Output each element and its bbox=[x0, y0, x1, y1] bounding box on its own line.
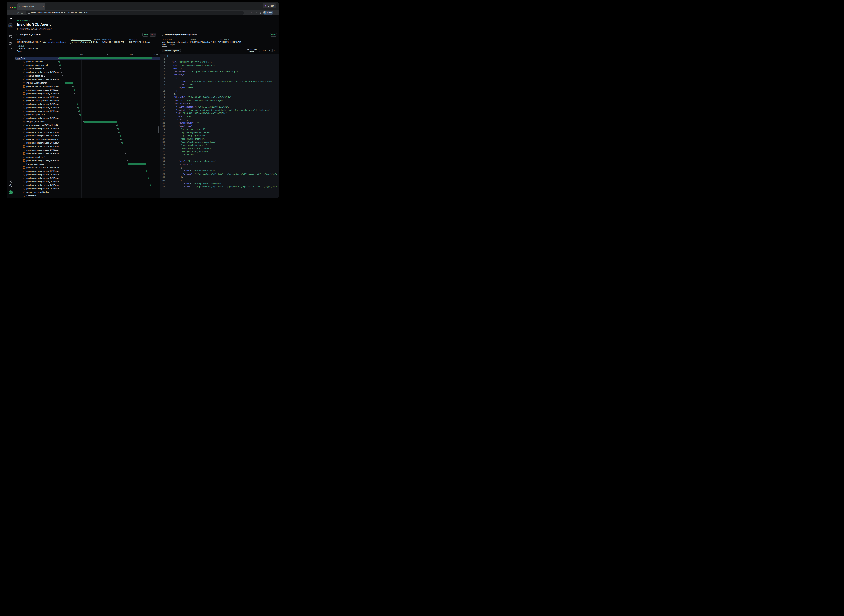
span-bar[interactable] bbox=[59, 61, 60, 63]
event-section-header[interactable]: insights-agent/chat.requested Invoke bbox=[160, 32, 279, 37]
span-bar[interactable] bbox=[62, 72, 62, 73]
span-bar[interactable] bbox=[154, 195, 154, 197]
trace-row[interactable]: >_publish:user:insights:user_2VH6zowmh..… bbox=[15, 134, 160, 138]
trace-row[interactable]: Insights Event Matcher bbox=[15, 81, 160, 85]
trace-row[interactable]: >_publish:user:insights:user_2VH6zowmh..… bbox=[15, 183, 160, 187]
back-icon[interactable]: ← bbox=[7, 12, 11, 14]
span-bar[interactable] bbox=[148, 177, 149, 179]
forward-icon[interactable]: → bbox=[11, 12, 15, 14]
tab-input[interactable]: Input bbox=[162, 44, 166, 45]
trace-row[interactable]: >_publish:user:insights:user_2VH6zowmh..… bbox=[15, 159, 160, 162]
trace-row[interactable]: >_publish:user:insights:user_2VH6zowmh..… bbox=[15, 78, 160, 81]
tab-output[interactable]: Output bbox=[169, 44, 175, 45]
span-bar[interactable] bbox=[149, 181, 150, 183]
extensions-icon[interactable] bbox=[255, 12, 257, 14]
span-bar[interactable] bbox=[145, 167, 146, 169]
function-badge[interactable]: ✦Insights SQL Agent bbox=[70, 40, 92, 44]
home-icon[interactable]: ⌂ bbox=[20, 12, 24, 14]
trace-row[interactable]: >_generate-output-part-id-887aa111-5d4e.… bbox=[15, 138, 160, 141]
trace-row[interactable]: ✓Finalization bbox=[15, 194, 160, 198]
share-icon[interactable] bbox=[7, 180, 15, 183]
span-bar[interactable] bbox=[127, 156, 127, 158]
span-bar[interactable] bbox=[84, 120, 117, 123]
trace-row[interactable]: >_generate-thread-id bbox=[15, 60, 160, 63]
span-bar[interactable] bbox=[64, 82, 73, 84]
span-bar[interactable] bbox=[123, 145, 124, 147]
span-bar[interactable] bbox=[76, 100, 77, 101]
trace-row[interactable]: >_publish:user:insights:user_2VH6zowmh..… bbox=[15, 95, 160, 99]
trace-row[interactable]: >_generate-agent-ids-2 bbox=[15, 155, 160, 159]
trace-row[interactable]: >_publish:user:insights:user_2VH6zowmh..… bbox=[15, 109, 160, 113]
trace-row[interactable]: >_generate-output-part-id-c458648f-8d6..… bbox=[15, 99, 160, 102]
sidebar-item-runs[interactable] bbox=[7, 31, 15, 33]
span-bar[interactable] bbox=[82, 117, 82, 119]
trace-row[interactable]: >_generate-tool-part-id-887aa111-5d4e-45… bbox=[15, 123, 160, 127]
invoke-button[interactable]: Invoke bbox=[270, 33, 277, 37]
bookmark-star-icon[interactable]: ☆ bbox=[250, 12, 253, 14]
tab-search-icon[interactable] bbox=[259, 12, 261, 14]
trace-row[interactable]: >_publish:user:insights:user_2VH6zowmh..… bbox=[15, 187, 160, 191]
trace-row[interactable]: >_publish:user:insights:user_2VH6zowmh..… bbox=[15, 70, 160, 74]
inngest-logo-icon[interactable] bbox=[7, 17, 15, 21]
span-bar[interactable] bbox=[147, 170, 147, 172]
span-count-badge[interactable]: 40 bbox=[15, 57, 21, 60]
span-bar[interactable] bbox=[60, 65, 60, 66]
trace-scrollbar[interactable] bbox=[158, 126, 159, 133]
trace-row[interactable]: Insights Summarizer bbox=[15, 162, 160, 166]
send-to-dev-server-button[interactable]: Send to Dev Server bbox=[244, 48, 260, 53]
trace-row[interactable]: >_publish:user:insights:user_2VH6zowmh..… bbox=[15, 180, 160, 183]
dev-server-button[interactable]: </> bbox=[7, 191, 15, 195]
span-bar[interactable] bbox=[76, 96, 76, 98]
url-bar[interactable]: i localhost:8288/run?runID=01KHRMPW77GVM… bbox=[26, 11, 244, 15]
span-bar[interactable] bbox=[148, 174, 148, 176]
span-bar[interactable] bbox=[78, 107, 79, 109]
trace-row[interactable]: >_publish:user:insights:user_2VH6zowmh..… bbox=[15, 152, 160, 155]
span-bar[interactable] bbox=[128, 163, 146, 165]
zoom-window-button[interactable] bbox=[14, 7, 16, 8]
browser-tab[interactable]: Inngest Server ✕ bbox=[17, 3, 45, 10]
span-bar[interactable] bbox=[151, 188, 152, 190]
browser-menu-icon[interactable]: ⋮ bbox=[275, 12, 277, 14]
span-bar[interactable] bbox=[118, 128, 119, 130]
trace-row[interactable]: >_publish:user:insights:user_2VH6zowmh..… bbox=[15, 116, 160, 120]
trace-row[interactable]: >_publish:user:insights:user_2VH6zowmh..… bbox=[15, 148, 160, 152]
trace-row[interactable]: >_generate-agent-ids-0 bbox=[15, 74, 160, 78]
trace-row[interactable]: >_publish:user:insights:user_2VH6zowmh..… bbox=[15, 141, 160, 145]
sidebar-item-events[interactable] bbox=[7, 35, 15, 38]
sidebar-item-apps[interactable] bbox=[7, 42, 15, 45]
span-bar[interactable] bbox=[61, 68, 62, 70]
trace-run-row[interactable]: 40 Run bbox=[15, 57, 160, 60]
span-bar[interactable] bbox=[75, 93, 75, 95]
site-info-icon[interactable]: i bbox=[28, 12, 30, 14]
trace-row[interactable]: >_generate-target-channel bbox=[15, 63, 160, 67]
trace-row[interactable]: >_publish:user:insights:user_2VH6zowmh..… bbox=[15, 145, 160, 148]
cancel-button[interactable]: Cancel bbox=[149, 33, 156, 37]
span-bar[interactable] bbox=[152, 191, 153, 193]
span-bar[interactable] bbox=[80, 114, 81, 116]
gemini-badge[interactable]: Gemini bbox=[263, 3, 276, 8]
span-bar[interactable] bbox=[119, 132, 120, 133]
run-section-header[interactable]: Insights SQL Agent Rerun Cancel bbox=[15, 32, 160, 37]
function-payload-button[interactable]: Function Payload bbox=[162, 48, 181, 53]
span-bar[interactable] bbox=[122, 142, 123, 144]
span-bar[interactable] bbox=[126, 153, 126, 154]
sidebar-app-badge[interactable]: DV bbox=[7, 23, 15, 28]
word-wrap-icon[interactable]: ⇆ bbox=[268, 48, 272, 53]
trace-row[interactable]: >_publish:user:insights:user_2VH6zowmh..… bbox=[15, 169, 160, 173]
minimize-window-button[interactable] bbox=[12, 7, 13, 8]
span-bar[interactable] bbox=[73, 86, 74, 88]
trace-row[interactable]: >_generate-text-part-id-9357e5f0-a530-4.… bbox=[15, 166, 160, 169]
span-bar[interactable] bbox=[120, 135, 121, 137]
payload-code-editor[interactable]: 1[2 {3 "id": "01KHRMPVZP0V977KAT2GP3ST7J… bbox=[160, 54, 279, 198]
tab-trace[interactable]: Trace bbox=[16, 50, 22, 52]
trace-row[interactable]: Insights Query Writer bbox=[15, 120, 160, 123]
trace-row[interactable]: >_generate-network-id bbox=[15, 67, 160, 70]
trace-row[interactable]: >_publish:user:insights:user_2VH6zowmh..… bbox=[15, 176, 160, 180]
span-bar[interactable] bbox=[64, 79, 64, 81]
trace-row[interactable]: >_publish:user:insights:user_2VH6zowmh..… bbox=[15, 92, 160, 95]
trace-row[interactable]: >_publish:user:insights:user_2VH6zowmh..… bbox=[15, 88, 160, 92]
reload-icon[interactable]: ⟳ bbox=[15, 12, 20, 14]
trace-row[interactable]: >_publish:user:insights:user_2VH6zowmh..… bbox=[15, 103, 160, 106]
new-tab-button[interactable]: + bbox=[48, 4, 50, 7]
span-bar[interactable] bbox=[117, 125, 117, 126]
